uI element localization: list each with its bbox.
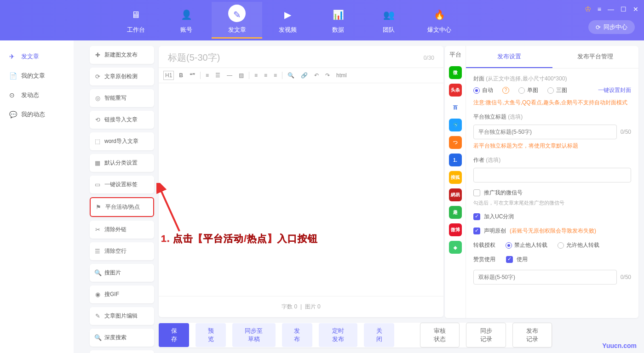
sync-center-button[interactable]: ⟳ 同步中心 [588, 20, 635, 34]
maximize-icon[interactable]: ☐ [621, 6, 627, 13]
platform-7[interactable]: 網易 [449, 188, 462, 201]
platform-6[interactable]: 搜狐 [449, 171, 462, 184]
sync-log-button[interactable]: 同步记录 [466, 323, 506, 347]
preview-button[interactable]: 预览 [196, 323, 226, 347]
help-icon[interactable]: ? [502, 87, 509, 94]
tool-icon: ✂ [94, 226, 101, 233]
quote-button[interactable]: ❝❞ [188, 71, 196, 80]
publish-log-button[interactable]: 发布记录 [512, 323, 552, 347]
tool-10[interactable]: 🔍搜图片 [90, 264, 154, 282]
platform-2[interactable]: 百 [449, 101, 462, 114]
uc-checkbox[interactable] [473, 213, 480, 220]
tool-8[interactable]: ✂清除外链 [90, 221, 154, 239]
repost-deny-radio[interactable]: 禁止他人转载 [506, 241, 547, 249]
nav-6[interactable]: 🔥爆文中心 [414, 2, 465, 39]
h1-button[interactable]: H1 [163, 71, 174, 80]
side-label: 发文章 [21, 52, 39, 61]
redo-button[interactable]: ↷ [324, 71, 331, 80]
publish-button[interactable]: 发布 [282, 323, 312, 347]
repost-allow-radio[interactable]: 允许他人转载 [558, 241, 599, 249]
editor-stats: 字数 0 | 图片 0 [159, 296, 443, 317]
undo-button[interactable]: ↶ [313, 71, 320, 80]
tool-3[interactable]: ⟲链接导入文章 [90, 111, 154, 129]
tool-5[interactable]: ▦默认分类设置 [90, 154, 154, 172]
align-center-button[interactable]: ≡ [263, 71, 269, 80]
sidebar-item-3[interactable]: 💬我的动态 [0, 105, 74, 124]
tool-4[interactable]: ⬚word导入文章 [90, 132, 154, 150]
image-button[interactable]: ▨ [237, 71, 245, 80]
save-button[interactable]: 保存 [159, 323, 189, 347]
nav-4[interactable]: 📊数据 [313, 2, 363, 39]
sidebar-item-2[interactable]: ⊙发动态 [0, 85, 74, 105]
platform-0[interactable]: 微 [449, 66, 462, 79]
review-status-button[interactable]: 审核状态 [420, 323, 460, 347]
nav-label: 爆文中心 [427, 26, 451, 34]
author-input[interactable] [473, 168, 631, 182]
link-button[interactable]: 🔗 [299, 71, 309, 80]
tool-13[interactable]: 🔍深度搜索 [90, 329, 154, 347]
cover-single-radio[interactable]: 单图 [518, 86, 538, 94]
search-button[interactable]: 🔍 [286, 71, 296, 80]
tool-6[interactable]: ▭一键设置标签 [90, 176, 154, 194]
title-input[interactable] [168, 52, 424, 63]
side-label: 我的动态 [21, 110, 45, 119]
wechat-promote-checkbox[interactable] [473, 189, 480, 196]
double-title-input[interactable] [473, 270, 617, 285]
nav-2[interactable]: ✎发文章 [212, 2, 262, 39]
tool-7[interactable]: ⚑平台活动/热点 [90, 197, 154, 217]
tool-2[interactable]: ◎智能重写 [90, 89, 154, 107]
settings-tab-1[interactable]: 发布平台管理 [552, 46, 639, 68]
platform-1[interactable]: 头条 [449, 84, 462, 97]
side-label: 我的文章 [21, 72, 45, 80]
hr-button[interactable]: — [225, 71, 234, 80]
tool-label: 深度搜索 [104, 334, 126, 342]
tool-1[interactable]: ⟳文章原创检测 [90, 68, 154, 85]
sidebar-item-0[interactable]: ✈发文章 [0, 47, 74, 66]
original-checkbox[interactable] [473, 228, 480, 234]
nav-5[interactable]: 👥团队 [363, 2, 414, 39]
html-button[interactable]: html [335, 71, 348, 80]
tool-label: word导入文章 [104, 137, 138, 145]
ul-button[interactable]: ☰ [214, 71, 222, 80]
tool-0[interactable]: ✚新建图文发布 [90, 46, 154, 64]
nav-icon: 🖥 [129, 8, 142, 21]
settings-tab-0[interactable]: 发布设置 [466, 46, 552, 68]
platform-title-input[interactable] [473, 125, 617, 139]
editor-toolbar: H1 B ❝❞ ≡ ☰ — ▨ ≡ ≡ ≡ 🔍 🔗 ↶ ↷ html [159, 68, 443, 83]
wechat-hint: 勾选后，可在文章末尾处推广您的微信号 [473, 199, 631, 206]
cover-auto-radio[interactable]: 自动 [473, 86, 493, 94]
nav-3[interactable]: ▶发视频 [262, 2, 313, 39]
platform-10[interactable]: ◈ [449, 241, 462, 254]
editor-body[interactable] [159, 83, 443, 296]
reward-checkbox[interactable] [506, 256, 513, 263]
close-icon[interactable]: ✕ [633, 6, 638, 13]
set-cover-link[interactable]: 一键设置封面 [598, 86, 631, 94]
align-left-button[interactable]: ≡ [253, 71, 259, 80]
tool-icon: ⟲ [94, 116, 101, 123]
nav-1[interactable]: 👤账号 [161, 2, 212, 39]
nav-0[interactable]: 🖥工作台 [110, 2, 161, 39]
platform-8[interactable]: 趣 [449, 206, 462, 219]
cover-triple-radio[interactable]: 三图 [547, 86, 567, 94]
menu-icon[interactable]: ≡ [598, 6, 601, 13]
tool-14[interactable]: ⊡图片检测 [90, 350, 154, 353]
sidebar-item-1[interactable]: 📄我的文章 [0, 66, 74, 85]
scheduled-button[interactable]: 定时发布 [319, 323, 357, 347]
close-button[interactable]: 关闭 [364, 323, 394, 347]
nav-icon: 👤 [180, 8, 193, 21]
platform-3[interactable]: 🐬 [449, 119, 462, 131]
align-right-button[interactable]: ≡ [272, 71, 278, 80]
tool-12[interactable]: ✎文章图片编辑 [90, 307, 154, 325]
bold-button[interactable]: B [178, 71, 184, 80]
tool-label: 新建图文发布 [104, 51, 138, 59]
tool-9[interactable]: ☰清除空行 [90, 242, 154, 260]
platform-4[interactable]: つ [449, 136, 462, 149]
nav-label: 发文章 [228, 26, 246, 34]
sync-draft-button[interactable]: 同步至草稿 [232, 323, 275, 347]
tool-11[interactable]: ◉搜GIF [90, 285, 154, 303]
nav-icon: ▶ [281, 8, 294, 21]
minimize-icon[interactable]: — [608, 6, 614, 13]
ol-button[interactable]: ≡ [204, 71, 210, 80]
platform-5[interactable]: 1. [449, 154, 462, 166]
platform-9[interactable]: 微博 [449, 223, 462, 236]
